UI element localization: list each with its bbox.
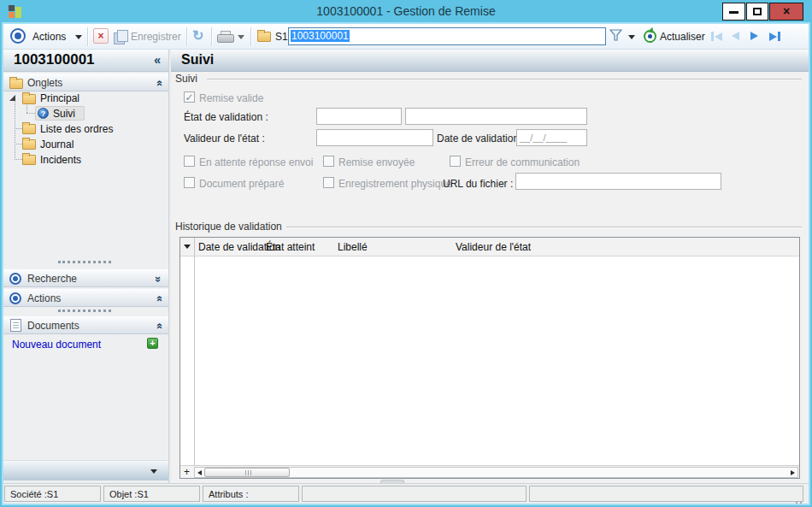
url-fichier-field[interactable] — [515, 173, 721, 190]
actions-menu-button[interactable]: Actions — [32, 31, 66, 43]
date-validation-label: Date de validation : — [437, 133, 525, 144]
tree-item-suivi[interactable]: Suivi — [53, 108, 75, 120]
page-title-bar: Suivi — [171, 50, 809, 72]
print-dropdown-icon[interactable] — [238, 35, 244, 39]
recherche-target-icon — [9, 273, 21, 285]
print-button[interactable] — [217, 31, 232, 43]
app-window: 1003100001 - Gestion de Remise × Actions… — [0, 0, 812, 507]
date-mask: __/__/____ — [520, 133, 567, 143]
group-suivi-line — [207, 79, 802, 80]
tree-item-principal[interactable]: Principal — [40, 92, 79, 104]
splitter-handle[interactable] — [58, 310, 111, 312]
close-button[interactable]: × — [769, 3, 803, 21]
resize-grip[interactable] — [800, 498, 802, 499]
checkbox-erreur-communication[interactable] — [450, 156, 461, 167]
nav-first-button[interactable] — [711, 32, 722, 41]
add-document-icon[interactable]: + — [147, 338, 158, 349]
column-valideur-etat[interactable]: Valideur de l'état — [456, 241, 531, 253]
filter-icon[interactable] — [609, 29, 622, 42]
record-target-icon — [10, 28, 26, 44]
maximize-button[interactable] — [746, 3, 768, 21]
tree-connector — [15, 128, 22, 129]
actions-collapse-icon[interactable]: » — [152, 296, 165, 302]
filter-dropdown-icon[interactable] — [628, 35, 635, 39]
refresh-button[interactable]: Actualiser — [660, 31, 705, 43]
splitter-handle[interactable] — [58, 261, 111, 263]
minimize-button[interactable] — [722, 3, 745, 21]
client-area: Actions × Enregistrer ↻ S1 1003100001 Ac… — [3, 24, 809, 504]
main-panel: Suivi Suivi ✓ Remise valide État de vali… — [171, 50, 809, 483]
column-etat-atteint[interactable]: État atteint — [266, 241, 315, 253]
checkbox-erreur-communication-label: Erreur de communication — [465, 156, 580, 168]
horizontal-scrollbar[interactable] — [194, 467, 798, 478]
sidebar-collapse-icon[interactable]: « — [154, 53, 161, 67]
tree-connector — [15, 159, 22, 160]
actions-dropdown-icon[interactable] — [75, 35, 82, 39]
checkbox-document-prepare[interactable] — [184, 177, 195, 188]
minimize-icon — [729, 11, 738, 14]
recherche-expand-icon[interactable]: » — [152, 276, 165, 282]
scroll-left-icon[interactable] — [197, 470, 202, 475]
panel-documents-header[interactable]: Documents » — [3, 315, 168, 334]
toolbar: Actions × Enregistrer ↻ S1 1003100001 Ac… — [3, 24, 809, 50]
checkbox-attente-reponse[interactable] — [184, 156, 195, 167]
status-societe: Société :S1 — [4, 486, 101, 502]
document-icon — [10, 319, 21, 332]
panel-onglets-title: Onglets — [27, 77, 62, 89]
help-icon: ? — [38, 108, 49, 119]
table-body — [180, 256, 799, 465]
nav-previous-button[interactable] — [732, 32, 739, 40]
checkbox-enregistrement-physique[interactable] — [323, 177, 334, 188]
nav-last-button[interactable] — [769, 32, 780, 41]
historique-table: Date de validation État atteint Libellé … — [179, 237, 800, 479]
save-button[interactable]: Enregistrer — [131, 31, 181, 43]
onglets-collapse-icon[interactable]: » — [152, 80, 165, 86]
maximize-icon — [753, 8, 762, 15]
status-empty-2 — [529, 486, 803, 502]
sidebar-record-header: 1003100001 « — [3, 50, 168, 72]
folder-icon — [22, 139, 36, 150]
date-validation-field[interactable]: __/__/____ — [516, 129, 587, 146]
tree-item-journal[interactable]: Journal — [40, 139, 74, 150]
sync-icon[interactable]: ↻ — [192, 29, 203, 43]
new-document-link[interactable]: Nouveau document — [12, 339, 101, 351]
panel-actions-header[interactable]: Actions » — [3, 288, 168, 307]
tree-item-liste-des-ordres[interactable]: Liste des ordres — [40, 123, 113, 135]
close-icon: × — [783, 4, 790, 18]
checkbox-enregistrement-physique-label: Enregistrement physique — [338, 178, 452, 190]
record-input[interactable]: 1003100001 — [288, 27, 606, 45]
sidebar-record-id: 1003100001 — [14, 51, 95, 68]
status-objet: Objet :S1 — [103, 486, 200, 502]
delete-button[interactable]: × — [93, 28, 109, 44]
panel-actions-title: Actions — [27, 292, 61, 304]
documents-collapse-icon[interactable]: » — [152, 323, 165, 329]
valideur-etat-field[interactable] — [316, 129, 433, 146]
scroll-right-icon[interactable] — [791, 470, 795, 475]
status-bar: Société :S1 Objet :S1 Attributs : — [3, 483, 809, 504]
group-historique-legend: Historique de validation — [175, 221, 282, 233]
checkbox-remise-valide[interactable]: ✓ — [184, 91, 195, 103]
folder-icon — [22, 94, 36, 104]
status-attributs: Attributs : — [203, 486, 299, 502]
column-libelle[interactable]: Libellé — [338, 241, 368, 253]
selector-column-divider — [194, 238, 195, 465]
row-selector-icon[interactable] — [184, 245, 191, 249]
etat-validation-libelle-field[interactable] — [405, 108, 587, 125]
scrollbar-thumb[interactable] — [204, 468, 290, 477]
tree-expander-icon[interactable] — [9, 95, 15, 101]
checkbox-remise-envoyee[interactable] — [323, 156, 334, 167]
sidebar-bottom-bar[interactable] — [3, 460, 168, 480]
nav-next-button[interactable] — [750, 32, 758, 40]
checkbox-document-prepare-label: Document préparé — [199, 178, 284, 190]
status-empty-1 — [302, 486, 527, 502]
title-bar: 1003100001 - Gestion de Remise × — [0, 0, 812, 24]
panel-recherche-header[interactable]: Recherche » — [3, 268, 168, 287]
page-title: Suivi — [181, 52, 214, 68]
panel-onglets-header[interactable]: Onglets » — [3, 73, 168, 91]
etat-validation-code-field[interactable] — [316, 108, 402, 125]
add-row-button[interactable]: + — [184, 466, 190, 478]
actions-target-icon — [9, 292, 21, 304]
tree-item-incidents[interactable]: Incidents — [40, 154, 81, 166]
folder-icon — [22, 124, 36, 134]
sidebar-more-icon[interactable] — [150, 469, 157, 474]
